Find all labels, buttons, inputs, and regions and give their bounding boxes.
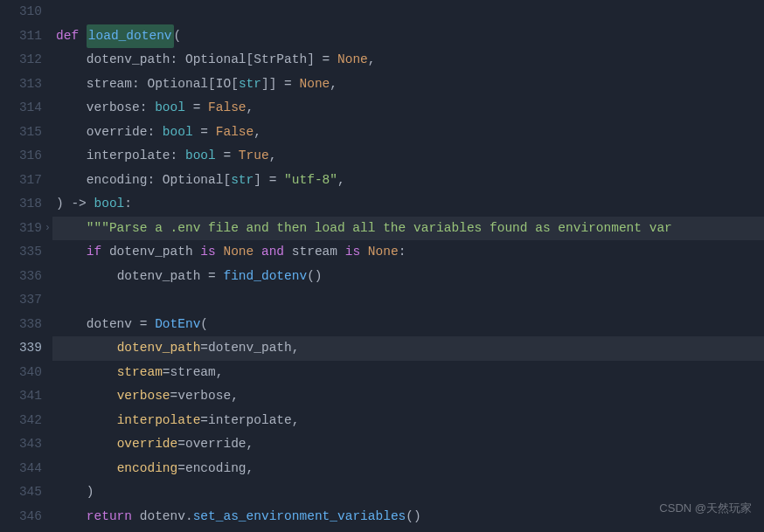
code-line[interactable]: if dotenv_path is None and stream is Non… — [52, 240, 764, 265]
code-line[interactable]: interpolate: bool = True, — [52, 144, 764, 169]
line-number: 318 — [0, 192, 42, 217]
code-line[interactable]: encoding=encoding, — [52, 457, 764, 481]
line-number: 342 — [0, 409, 42, 433]
code-line[interactable]: dotenv = DotEnv( — [52, 313, 764, 337]
code-line[interactable]: dotenv_path = find_dotenv() — [52, 265, 764, 289]
kwarg-name: stream — [117, 361, 163, 385]
line-number: 319› — [0, 217, 42, 241]
code-line[interactable]: ) — [52, 480, 764, 505]
code-line[interactable]: return dotenv.set_as_environment_variabl… — [52, 505, 764, 529]
code-line-current[interactable]: dotenv_path=dotenv_path, — [52, 336, 764, 361]
code-line[interactable]: interpolate=interpolate, — [52, 409, 764, 433]
code-editor[interactable]: 310 311 312 313 314 315 316 317 318 319›… — [0, 0, 764, 532]
line-number: 336 — [0, 265, 42, 289]
line-number: 317 — [0, 169, 42, 193]
param-name: encoding — [87, 169, 148, 193]
param-name: override — [87, 121, 148, 145]
code-line[interactable]: encoding: Optional[str] = "utf-8", — [52, 169, 764, 193]
code-line[interactable]: stream: Optional[IO[str]] = None, — [52, 73, 764, 97]
code-area[interactable]: def load_dotenv( dotenv_path: Optional[S… — [52, 0, 764, 532]
line-number: 311 — [0, 24, 42, 49]
line-number: 346 — [0, 505, 42, 529]
kwarg-name: encoding — [117, 457, 178, 481]
code-line[interactable]: verbose: bool = False, — [52, 96, 764, 121]
code-line[interactable]: dotenv_path: Optional[StrPath] = None, — [52, 48, 764, 73]
code-line[interactable]: override: bool = False, — [52, 121, 764, 145]
kwarg-name: override — [117, 432, 178, 457]
param-name: dotenv_path — [87, 48, 170, 73]
docstring: """Parse a .env file and then load all t… — [87, 217, 672, 241]
line-number: 344 — [0, 457, 42, 481]
code-line[interactable] — [52, 529, 764, 532]
code-line[interactable] — [52, 288, 764, 313]
code-line[interactable] — [52, 0, 764, 24]
code-line[interactable]: verbose=verbose, — [52, 384, 764, 409]
line-number: 316 — [0, 144, 42, 169]
paren-open: ( — [174, 24, 182, 49]
code-line[interactable]: override=override, — [52, 432, 764, 457]
line-number: 337 — [0, 288, 42, 313]
param-name: interpolate — [87, 144, 170, 169]
line-number: 338 — [0, 313, 42, 337]
code-line[interactable]: stream=stream, — [52, 361, 764, 385]
code-line[interactable]: def load_dotenv( — [52, 24, 764, 49]
watermark-text: CSDN @天然玩家 — [659, 496, 752, 521]
line-number: 312 — [0, 48, 42, 73]
code-line[interactable]: ) -> bool: — [52, 192, 764, 217]
line-number: 340 — [0, 361, 42, 385]
kwarg-name: verbose — [117, 384, 170, 409]
line-number: 345 — [0, 480, 42, 505]
param-name: stream — [87, 73, 132, 97]
line-number: 313 — [0, 73, 42, 97]
kwarg-name: dotenv_path — [117, 336, 201, 361]
fold-chevron-icon[interactable]: › — [45, 217, 51, 241]
line-number: 314 — [0, 96, 42, 121]
line-number: 310 — [0, 0, 42, 24]
line-number: 335 — [0, 240, 42, 265]
line-number: 347 — [0, 529, 42, 532]
keyword-def: def — [56, 24, 87, 49]
code-line-folded[interactable]: """Parse a .env file and then load all t… — [52, 217, 764, 241]
line-number: 343 — [0, 432, 42, 457]
line-number: 315 — [0, 121, 42, 145]
line-number: 341 — [0, 384, 42, 409]
line-number-gutter: 310 311 312 313 314 315 316 317 318 319›… — [0, 0, 52, 532]
function-name: load_dotenv — [87, 24, 174, 49]
kwarg-name: interpolate — [117, 409, 201, 433]
line-number: 339 — [0, 336, 42, 361]
param-name: verbose — [87, 96, 140, 121]
